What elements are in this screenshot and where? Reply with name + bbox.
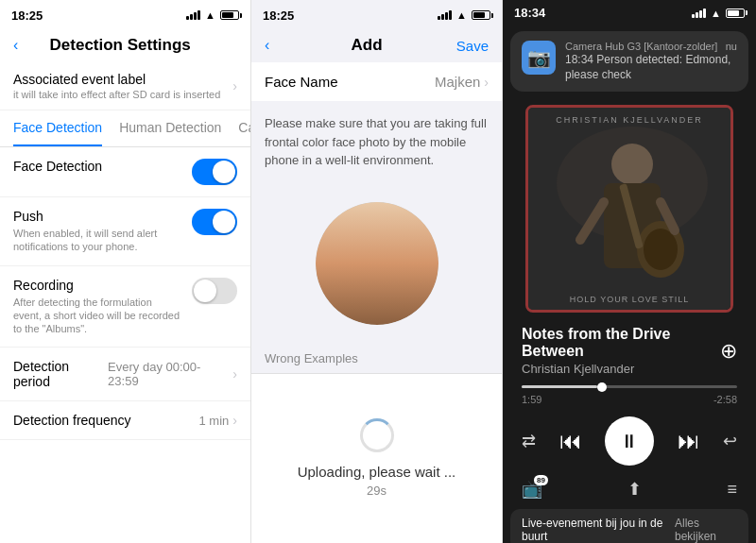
prev-button[interactable]: ⏮ — [559, 428, 582, 454]
detection-period-row[interactable]: Detection period Every day 00:00-23:59 › — [0, 348, 250, 401]
album-title-text: HOLD YOUR LOVE STILL — [528, 295, 730, 304]
settings-section: Face Detection Push When enabled, it wil… — [0, 147, 250, 543]
status-icons-2: ▲ — [438, 9, 490, 21]
live-event-text: Live-evenement bij jou in de buurt — [522, 517, 675, 543]
notification-app-icon: 📷 — [522, 41, 556, 75]
status-bar-2: 18:25 ▲ — [251, 0, 502, 28]
share-button[interactable]: ⬆ — [627, 479, 642, 500]
status-bar-1: 18:25 ▲ — [0, 0, 250, 28]
airplay-button[interactable]: 📺 89 — [522, 479, 542, 500]
pause-icon: ⏸ — [620, 431, 639, 452]
signal-icon-1 — [186, 10, 200, 20]
face-name-chevron: › — [484, 75, 489, 90]
push-toggle[interactable] — [192, 209, 237, 235]
save-button[interactable]: Save — [456, 38, 489, 54]
associated-event-subtitle: it will take into effect after SD card i… — [13, 89, 232, 100]
recording-toggle[interactable] — [192, 278, 237, 304]
wifi-icon-1: ▲ — [205, 9, 215, 21]
face-detection-row: Face Detection — [0, 147, 250, 197]
panel-music-player: 18:34 ▲ 📷 Camera Hub G3 [Kantoor-zolder]… — [503, 0, 756, 543]
wrong-examples-label: Wrong Examples — [251, 344, 502, 373]
signal-icon-3 — [692, 8, 706, 18]
recording-sublabel: After detecting the formulation event, a… — [13, 296, 182, 336]
song-artist: Christian Kjellvander — [522, 362, 720, 376]
detection-tabs: Face Detection Human Detection Cat a... — [0, 110, 250, 147]
detection-frequency-chevron: › — [232, 413, 237, 428]
bottom-controls: 📺 89 ⬆ ≡ — [503, 473, 756, 505]
progress-bar[interactable] — [522, 385, 737, 388]
add-title: Add — [352, 36, 383, 55]
tab-face-detection[interactable]: Face Detection — [13, 110, 102, 146]
back-button-1[interactable]: ‹ — [13, 37, 18, 54]
page-title-1: Detection Settings — [26, 36, 215, 55]
associated-event-title: Associated event label — [13, 72, 232, 87]
tab-cat[interactable]: Cat a... — [238, 110, 250, 146]
loading-spinner — [360, 418, 394, 452]
loading-area: Uploading, please wait ... 29s — [251, 374, 502, 544]
detection-frequency-value: 1 min — [199, 414, 230, 428]
battery-icon-3 — [726, 8, 745, 18]
status-icons-3: ▲ — [692, 8, 745, 19]
progress-total: -2:58 — [713, 394, 737, 405]
album-art: CHRISTIAN KJELLVANDER HOLD YOUR LOVE STI… — [525, 105, 733, 313]
tab-human-detection[interactable]: Human Detection — [119, 110, 221, 146]
notification-body: 18:34 Person detected: Edmond, please ch… — [565, 53, 737, 82]
status-time-1: 18:25 — [11, 8, 43, 23]
progress-fill — [522, 385, 597, 388]
face-name-row[interactable]: Face Name Majken › — [251, 62, 502, 101]
svg-point-2 — [611, 144, 653, 185]
status-time-2: 18:25 — [263, 8, 294, 23]
repeat-button[interactable]: ↩ — [723, 431, 737, 451]
notification-bar[interactable]: 📷 Camera Hub G3 [Kantoor-zolder] nu 18:3… — [510, 31, 748, 92]
detection-period-value: Every day 00:00-23:59 — [108, 360, 229, 388]
uploading-text: Uploading, please wait ... — [298, 464, 456, 480]
detection-period-chevron: › — [232, 366, 237, 382]
nav-header-2: ‹ Add Save — [251, 28, 502, 62]
detection-period-label: Detection period — [13, 359, 108, 389]
add-to-library-button[interactable]: ⊕ — [720, 339, 737, 364]
live-event-bar[interactable]: Live-evenement bij jou in de buurt Alles… — [510, 509, 748, 543]
shuffle-button[interactable]: ⇄ — [522, 431, 536, 451]
recording-row: Recording After detecting the formulatio… — [0, 266, 250, 348]
nav-header-1: ‹ Detection Settings — [0, 28, 250, 62]
battery-icon-1 — [220, 10, 239, 20]
recording-label: Recording — [13, 278, 182, 293]
associated-event-row[interactable]: Associated event label it will take into… — [0, 62, 250, 110]
battery-icon-2 — [472, 10, 490, 20]
uploading-seconds: 29s — [367, 484, 387, 498]
status-bar-3: 18:34 ▲ — [503, 0, 756, 24]
pause-button[interactable]: ⏸ — [605, 416, 654, 466]
next-button[interactable]: ⏭ — [678, 428, 700, 454]
live-event-link[interactable]: Alles bekijken — [675, 517, 737, 543]
progress-dot — [597, 382, 607, 392]
progress-section: 1:59 -2:58 — [503, 382, 756, 409]
push-row: Push When enabled, it will send alert no… — [0, 197, 250, 266]
panel-detection-settings: 18:25 ▲ ‹ Detection Settings Associated … — [0, 0, 251, 543]
face-name-value: Majken — [435, 74, 480, 90]
instruction-text: Please make sure that you are taking ful… — [251, 101, 502, 183]
svg-point-5 — [644, 229, 678, 270]
airplay-badge: 89 — [534, 475, 548, 485]
back-button-2[interactable]: ‹ — [265, 37, 269, 54]
push-sublabel: When enabled, it will send alert notific… — [13, 227, 182, 254]
song-title: Notes from the Drive Between — [522, 326, 720, 360]
face-detection-label: Face Detection — [13, 159, 102, 174]
face-detection-toggle[interactable] — [192, 159, 237, 185]
playback-controls: ⇄ ⏮ ⏸ ⏭ ↩ — [503, 409, 756, 473]
detection-frequency-row[interactable]: Detection frequency 1 min › — [0, 401, 250, 440]
detection-frequency-label: Detection frequency — [13, 413, 131, 428]
song-info: Notes from the Drive Between Christian K… — [503, 318, 756, 382]
panel-add-face: 18:25 ▲ ‹ Add Save Face Name Majken › Pl… — [251, 0, 503, 543]
status-time-3: 18:34 — [514, 6, 545, 20]
progress-current: 1:59 — [522, 394, 541, 405]
chevron-icon: › — [232, 78, 237, 93]
queue-button[interactable]: ≡ — [727, 480, 737, 500]
face-name-label: Face Name — [265, 74, 338, 90]
album-art-section: CHRISTIAN KJELLVANDER HOLD YOUR LOVE STI… — [503, 99, 756, 318]
photo-container[interactable] — [251, 183, 502, 344]
face-photo — [316, 202, 438, 325]
wifi-icon-2: ▲ — [456, 9, 467, 21]
album-artist-text: CHRISTIAN KJELLVANDER — [528, 115, 730, 125]
notification-time: nu — [726, 41, 737, 52]
push-label: Push — [13, 209, 182, 224]
